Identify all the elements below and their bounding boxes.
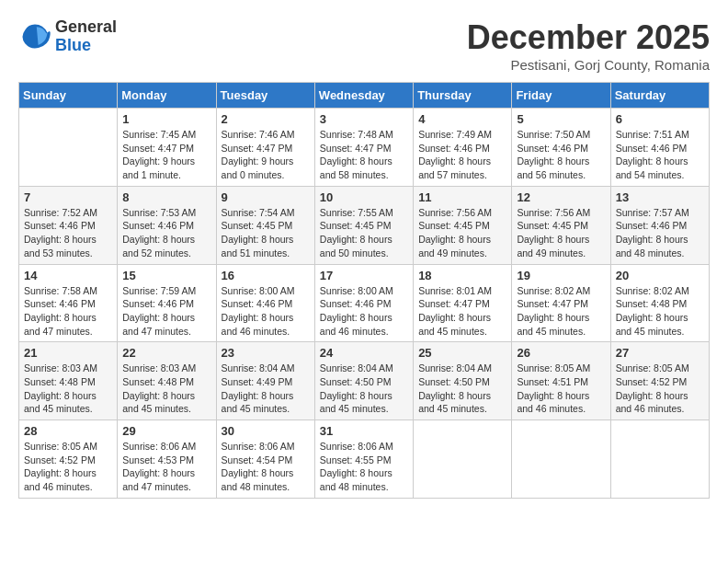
week-row-3: 14Sunrise: 7:58 AMSunset: 4:46 PMDayligh… <box>19 264 710 342</box>
logo: General Blue <box>18 18 117 55</box>
day-info: Sunrise: 8:05 AMSunset: 4:51 PMDaylight:… <box>517 362 605 416</box>
day-cell: 28Sunrise: 8:05 AMSunset: 4:52 PMDayligh… <box>19 420 118 499</box>
day-number: 15 <box>122 269 210 282</box>
day-info: Sunrise: 8:00 AMSunset: 4:46 PMDaylight:… <box>222 284 310 339</box>
day-cell: 29Sunrise: 8:06 AMSunset: 4:53 PMDayligh… <box>118 420 216 499</box>
day-cell: 11Sunrise: 7:56 AMSunset: 4:45 PMDayligh… <box>414 186 512 264</box>
weekday-header-monday: Monday <box>118 83 216 109</box>
day-number: 27 <box>616 346 704 360</box>
day-info: Sunrise: 8:06 AMSunset: 4:55 PMDaylight:… <box>320 440 408 494</box>
week-row-1: 1Sunrise: 7:45 AMSunset: 4:47 PMDaylight… <box>19 109 710 187</box>
day-info: Sunrise: 8:06 AMSunset: 4:54 PMDaylight:… <box>222 440 310 494</box>
day-cell: 27Sunrise: 8:05 AMSunset: 4:52 PMDayligh… <box>610 342 709 420</box>
day-cell: 17Sunrise: 8:00 AMSunset: 4:46 PMDayligh… <box>314 264 413 342</box>
day-cell: 9Sunrise: 7:54 AMSunset: 4:45 PMDaylight… <box>216 186 314 264</box>
day-info: Sunrise: 7:56 AMSunset: 4:45 PMDaylight:… <box>418 206 506 260</box>
day-number: 17 <box>320 269 408 282</box>
day-cell: 31Sunrise: 8:06 AMSunset: 4:55 PMDayligh… <box>314 420 413 499</box>
day-cell: 13Sunrise: 7:57 AMSunset: 4:46 PMDayligh… <box>610 186 709 264</box>
day-cell: 15Sunrise: 7:59 AMSunset: 4:46 PMDayligh… <box>118 264 216 342</box>
day-info: Sunrise: 8:03 AMSunset: 4:48 PMDaylight:… <box>24 362 112 416</box>
day-number: 13 <box>616 190 704 204</box>
day-info: Sunrise: 7:49 AMSunset: 4:46 PMDaylight:… <box>418 128 506 182</box>
day-cell: 5Sunrise: 7:50 AMSunset: 4:46 PMDaylight… <box>512 109 610 187</box>
day-cell: 23Sunrise: 8:04 AMSunset: 4:49 PMDayligh… <box>216 342 314 420</box>
day-number: 29 <box>122 424 210 438</box>
day-number: 8 <box>122 190 210 204</box>
day-cell: 4Sunrise: 7:49 AMSunset: 4:46 PMDaylight… <box>414 109 512 187</box>
day-info: Sunrise: 8:01 AMSunset: 4:47 PMDaylight:… <box>418 284 506 339</box>
day-info: Sunrise: 8:04 AMSunset: 4:49 PMDaylight:… <box>222 362 310 416</box>
day-number: 7 <box>24 190 112 204</box>
location: Pestisani, Gorj County, Romania <box>467 57 710 73</box>
day-number: 31 <box>320 424 408 438</box>
week-row-2: 7Sunrise: 7:52 AMSunset: 4:46 PMDaylight… <box>19 186 710 264</box>
day-info: Sunrise: 7:52 AMSunset: 4:46 PMDaylight:… <box>24 206 112 260</box>
day-number: 4 <box>418 112 506 126</box>
day-number: 21 <box>24 346 112 360</box>
day-cell: 21Sunrise: 8:03 AMSunset: 4:48 PMDayligh… <box>19 342 118 420</box>
day-cell: 19Sunrise: 8:02 AMSunset: 4:47 PMDayligh… <box>512 264 610 342</box>
page-header: General Blue December 2025 Pestisani, Go… <box>18 18 710 73</box>
day-number: 25 <box>418 346 506 360</box>
day-number: 24 <box>320 346 408 360</box>
day-number: 2 <box>222 112 310 126</box>
day-cell: 26Sunrise: 8:05 AMSunset: 4:51 PMDayligh… <box>512 342 610 420</box>
day-number: 5 <box>517 112 605 126</box>
day-number: 18 <box>418 269 506 282</box>
weekday-header-saturday: Saturday <box>610 83 709 109</box>
month-title: December 2025 <box>467 18 710 57</box>
weekday-header-friday: Friday <box>512 83 610 109</box>
day-info: Sunrise: 7:51 AMSunset: 4:46 PMDaylight:… <box>616 128 704 182</box>
day-number: 16 <box>222 269 310 282</box>
day-number: 26 <box>517 346 605 360</box>
day-cell: 1Sunrise: 7:45 AMSunset: 4:47 PMDaylight… <box>118 109 216 187</box>
day-cell: 16Sunrise: 8:00 AMSunset: 4:46 PMDayligh… <box>216 264 314 342</box>
day-number: 11 <box>418 190 506 204</box>
day-info: Sunrise: 8:03 AMSunset: 4:48 PMDaylight:… <box>122 362 210 416</box>
day-info: Sunrise: 8:04 AMSunset: 4:50 PMDaylight:… <box>320 362 408 416</box>
day-cell: 12Sunrise: 7:56 AMSunset: 4:45 PMDayligh… <box>512 186 610 264</box>
day-cell <box>512 420 610 499</box>
day-cell: 2Sunrise: 7:46 AMSunset: 4:47 PMDaylight… <box>216 109 314 187</box>
week-row-4: 21Sunrise: 8:03 AMSunset: 4:48 PMDayligh… <box>19 342 710 420</box>
weekday-header-thursday: Thursday <box>414 83 512 109</box>
logo-icon <box>18 20 51 53</box>
day-cell: 22Sunrise: 8:03 AMSunset: 4:48 PMDayligh… <box>118 342 216 420</box>
day-info: Sunrise: 8:04 AMSunset: 4:50 PMDaylight:… <box>418 362 506 416</box>
day-cell: 20Sunrise: 8:02 AMSunset: 4:48 PMDayligh… <box>610 264 709 342</box>
day-info: Sunrise: 7:56 AMSunset: 4:45 PMDaylight:… <box>517 206 605 260</box>
day-cell: 14Sunrise: 7:58 AMSunset: 4:46 PMDayligh… <box>19 264 118 342</box>
day-number: 28 <box>24 424 112 438</box>
day-info: Sunrise: 7:57 AMSunset: 4:46 PMDaylight:… <box>616 206 704 260</box>
weekday-header-wednesday: Wednesday <box>314 83 413 109</box>
weekday-header-sunday: Sunday <box>19 83 118 109</box>
day-number: 23 <box>222 346 310 360</box>
day-number: 12 <box>517 190 605 204</box>
day-cell: 18Sunrise: 8:01 AMSunset: 4:47 PMDayligh… <box>414 264 512 342</box>
day-info: Sunrise: 8:05 AMSunset: 4:52 PMDaylight:… <box>616 362 704 416</box>
day-cell: 25Sunrise: 8:04 AMSunset: 4:50 PMDayligh… <box>414 342 512 420</box>
day-info: Sunrise: 8:06 AMSunset: 4:53 PMDaylight:… <box>122 440 210 494</box>
day-info: Sunrise: 7:50 AMSunset: 4:46 PMDaylight:… <box>517 128 605 182</box>
weekday-header-tuesday: Tuesday <box>216 83 314 109</box>
day-number: 1 <box>122 112 210 126</box>
day-cell: 8Sunrise: 7:53 AMSunset: 4:46 PMDaylight… <box>118 186 216 264</box>
day-info: Sunrise: 7:48 AMSunset: 4:47 PMDaylight:… <box>320 128 408 182</box>
day-number: 9 <box>222 190 310 204</box>
day-cell: 24Sunrise: 8:04 AMSunset: 4:50 PMDayligh… <box>314 342 413 420</box>
day-cell <box>414 420 512 499</box>
day-number: 6 <box>616 112 704 126</box>
day-info: Sunrise: 7:55 AMSunset: 4:45 PMDaylight:… <box>320 206 408 260</box>
day-cell <box>610 420 709 499</box>
day-info: Sunrise: 7:58 AMSunset: 4:46 PMDaylight:… <box>24 284 112 339</box>
day-info: Sunrise: 7:53 AMSunset: 4:46 PMDaylight:… <box>122 206 210 260</box>
logo-text: General Blue <box>55 18 117 55</box>
day-number: 19 <box>517 269 605 282</box>
day-info: Sunrise: 8:02 AMSunset: 4:48 PMDaylight:… <box>616 284 704 339</box>
day-info: Sunrise: 7:59 AMSunset: 4:46 PMDaylight:… <box>122 284 210 339</box>
day-cell: 3Sunrise: 7:48 AMSunset: 4:47 PMDaylight… <box>314 109 413 187</box>
day-number: 14 <box>24 269 112 282</box>
week-row-5: 28Sunrise: 8:05 AMSunset: 4:52 PMDayligh… <box>19 420 710 499</box>
day-cell <box>19 109 118 187</box>
